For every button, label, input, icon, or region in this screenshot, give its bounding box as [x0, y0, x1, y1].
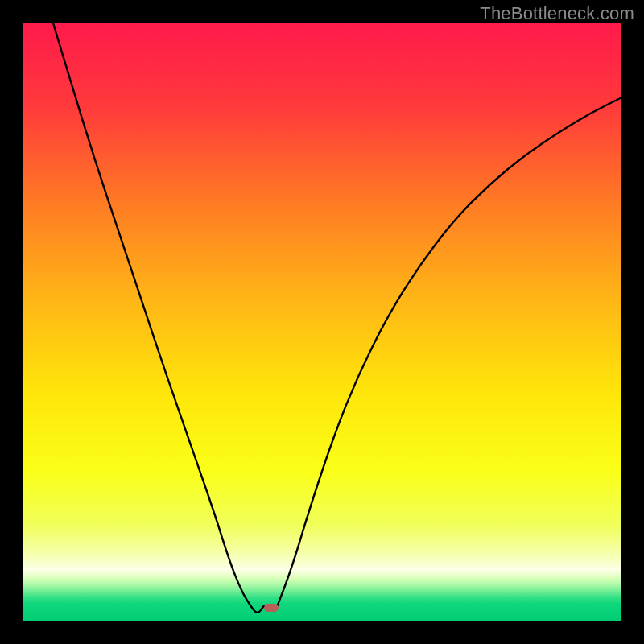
- bottleneck-curve: [23, 23, 621, 621]
- chart-frame: TheBottleneck.com: [0, 0, 644, 644]
- watermark-label: TheBottleneck.com: [480, 3, 634, 24]
- minimum-marker: [264, 604, 279, 612]
- plot-area: [23, 23, 621, 621]
